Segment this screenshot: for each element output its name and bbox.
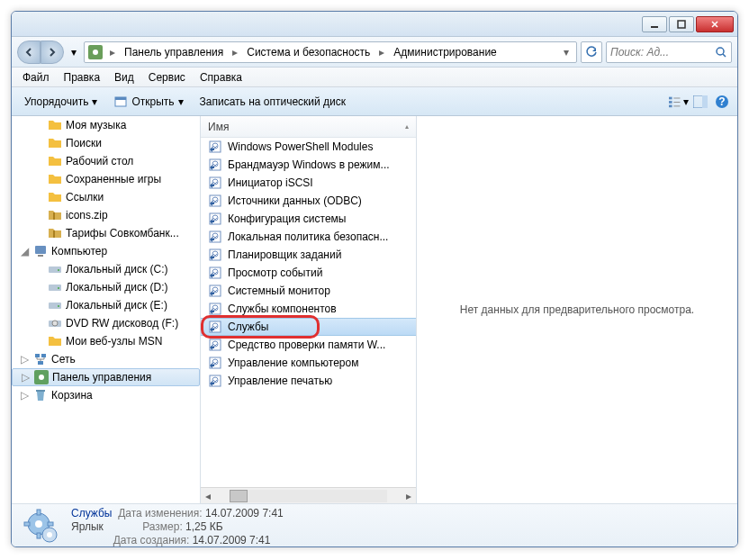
file-item[interactable]: Службы [201, 318, 416, 336]
tree-item[interactable]: DVD RW дисковод (F:) [12, 314, 200, 332]
file-item[interactable]: Инициатор iSCSI [201, 174, 416, 192]
svg-rect-34 [36, 390, 45, 392]
tree-item[interactable]: ▷Корзина [12, 386, 200, 404]
horizontal-scrollbar[interactable]: ◂ ▸ [201, 487, 416, 503]
svg-rect-6 [115, 97, 126, 100]
svg-rect-10 [673, 97, 680, 98]
tree-item-label: DVD RW дисковод (F:) [66, 317, 178, 330]
column-header-name[interactable]: Имя ▴ [201, 116, 416, 138]
file-item[interactable]: Брандмауэр Windows в режим... [201, 156, 416, 174]
breadcrumb-item[interactable]: Панель управления [122, 46, 225, 59]
tree-item[interactable]: Тарифы Совкомбанк... [12, 224, 200, 242]
file-item-label: Системный монитор [228, 285, 330, 297]
tree-item[interactable]: ◢Компьютер [12, 242, 200, 260]
minimize-button[interactable] [642, 16, 667, 32]
tree-item-label: icons.zip [66, 209, 108, 221]
view-mode-button[interactable]: ▾ [669, 92, 689, 112]
file-item-label: Инициатор iSCSI [228, 176, 313, 189]
explorer-window: ▾ ▸ Панель управления ▸ Система и безопа… [11, 11, 738, 547]
svg-point-3 [93, 50, 98, 55]
chevron-right-icon: ▸ [106, 46, 119, 59]
back-button[interactable] [17, 41, 41, 64]
navigation-tree[interactable]: Моя музыкаПоискиРабочий столСохраненные … [12, 116, 201, 503]
scroll-left-button[interactable]: ◂ [201, 489, 215, 503]
svg-rect-0 [651, 26, 658, 28]
file-list[interactable]: Windows PowerShell ModulesБрандмауэр Win… [201, 138, 416, 487]
svg-point-22 [58, 269, 59, 271]
help-button[interactable]: ? [712, 92, 732, 112]
expand-icon[interactable]: ▷ [20, 371, 31, 384]
file-item-label: Управление печатью [228, 375, 332, 387]
tree-item[interactable]: ▷Сеть [12, 350, 200, 368]
file-item[interactable]: Конфигурация системы [201, 210, 416, 228]
tree-item[interactable]: Сохраненные игры [12, 170, 200, 188]
file-item[interactable]: Источники данных (ODBC) [201, 192, 416, 210]
refresh-button[interactable] [581, 41, 602, 63]
menu-file[interactable]: Файл [15, 69, 57, 86]
svg-rect-17 [53, 212, 55, 220]
expand-icon[interactable]: ▷ [19, 353, 30, 366]
scroll-right-button[interactable]: ▸ [402, 489, 416, 503]
svg-point-28 [52, 321, 58, 326]
tree-item-label: Мои веб-узлы MSN [66, 335, 162, 348]
menu-view[interactable]: Вид [107, 69, 141, 86]
burn-button[interactable]: Записать на оптический диск [193, 92, 354, 112]
tree-item[interactable]: Ссылки [12, 188, 200, 206]
tree-item[interactable]: Моя музыка [12, 116, 200, 134]
file-item[interactable]: Windows PowerShell Modules [201, 138, 416, 156]
search-input[interactable] [610, 46, 715, 59]
tree-item-label: Моя музыка [66, 119, 126, 131]
address-bar[interactable]: ▸ Панель управления ▸ Система и безопасн… [84, 41, 577, 63]
svg-rect-65 [37, 510, 41, 515]
tree-item[interactable]: Мои веб-узлы MSN [12, 332, 200, 350]
tree-item[interactable]: ▷Панель управления [12, 368, 200, 386]
svg-rect-14 [702, 95, 708, 108]
tree-item-label: Сеть [51, 353, 76, 366]
svg-rect-20 [38, 255, 43, 257]
preview-empty-text: Нет данных для предварительного просмотр… [460, 303, 694, 316]
file-item[interactable]: Службы компонентов [201, 300, 416, 318]
forward-button[interactable] [41, 41, 64, 64]
expand-icon[interactable]: ◢ [19, 245, 30, 257]
svg-rect-18 [53, 230, 55, 238]
tree-item-label: Ссылки [66, 191, 104, 203]
svg-point-24 [58, 287, 59, 289]
tree-item[interactable]: Поиски [12, 134, 200, 152]
chevron-down-icon: ▾ [92, 95, 97, 108]
open-icon [113, 95, 128, 109]
tree-item[interactable]: Локальный диск (D:) [12, 278, 200, 296]
menu-help[interactable]: Справка [193, 69, 249, 86]
tree-item[interactable]: Рабочий стол [12, 152, 200, 170]
open-button[interactable]: Открыть ▾ [106, 91, 190, 113]
tree-item[interactable]: Локальный диск (C:) [12, 260, 200, 278]
expand-icon[interactable]: ▷ [19, 389, 30, 402]
nav-history-dropdown[interactable]: ▾ [68, 41, 80, 64]
search-box[interactable] [606, 41, 732, 63]
file-item[interactable]: Системный монитор [201, 282, 416, 300]
tree-item-label: Локальный диск (C:) [66, 263, 168, 275]
file-item[interactable]: Просмотр событий [201, 264, 416, 282]
breadcrumb-item[interactable]: Система и безопасность [245, 46, 372, 59]
file-item[interactable]: Управление печатью [201, 372, 416, 390]
file-item[interactable]: Средство проверки памяти W... [201, 336, 416, 354]
svg-rect-25 [49, 303, 61, 309]
file-item[interactable]: Локальная политика безопасн... [201, 228, 416, 246]
close-button[interactable] [696, 16, 734, 32]
details-title: Службы [71, 507, 112, 519]
chevron-down-icon[interactable]: ▾ [560, 46, 573, 59]
menu-tools[interactable]: Сервис [141, 69, 193, 86]
file-item[interactable]: Управление компьютером [201, 354, 416, 372]
menu-edit[interactable]: Правка [57, 69, 108, 86]
scroll-thumb[interactable] [230, 490, 248, 502]
svg-rect-8 [669, 101, 672, 104]
maximize-button[interactable] [669, 16, 694, 32]
tree-item-label: Сохраненные игры [66, 173, 161, 185]
organize-button[interactable]: Упорядочить ▾ [17, 92, 104, 112]
file-item[interactable]: Планировщик заданий [201, 246, 416, 264]
preview-pane-button[interactable] [690, 92, 710, 112]
breadcrumb-item[interactable]: Администрирование [392, 46, 498, 59]
svg-point-70 [47, 532, 52, 537]
tree-item-label: Компьютер [51, 245, 107, 257]
tree-item[interactable]: Локальный диск (E:) [12, 296, 200, 314]
tree-item[interactable]: icons.zip [12, 206, 200, 224]
